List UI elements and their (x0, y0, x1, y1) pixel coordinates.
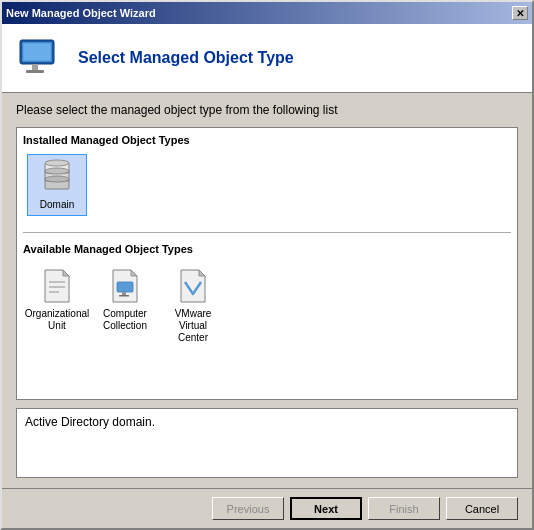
available-section-title: Available Managed Object Types (23, 243, 511, 255)
window-title: New Managed Object Wizard (6, 7, 156, 19)
installed-section-title: Installed Managed Object Types (23, 134, 511, 146)
computer-collection-icon (107, 268, 143, 304)
instruction-text: Please select the managed object type fr… (16, 103, 518, 117)
item-org-unit[interactable]: Organizational Unit (27, 263, 87, 349)
domain-icon (39, 159, 75, 195)
svg-rect-21 (119, 295, 129, 297)
svg-marker-13 (63, 270, 69, 276)
wizard-footer: Previous Next Finish Cancel (2, 488, 532, 528)
svg-rect-19 (117, 282, 133, 292)
item-org-unit-label: Organizational Unit (25, 308, 89, 332)
page-title: Select Managed Object Type (78, 49, 294, 67)
svg-point-10 (45, 168, 69, 174)
svg-rect-2 (32, 64, 38, 70)
svg-point-11 (45, 176, 69, 182)
wizard-header: Select Managed Object Type (2, 24, 532, 93)
svg-rect-3 (26, 70, 44, 73)
item-domain-label: Domain (40, 199, 74, 211)
next-button[interactable]: Next (290, 497, 362, 520)
item-vmware-vc-label: VMware Virtual Center (166, 308, 220, 344)
svg-point-9 (45, 160, 69, 166)
item-vmware-vc[interactable]: VMware Virtual Center (163, 263, 223, 349)
wizard-header-icon (16, 34, 64, 82)
description-text: Active Directory domain. (25, 415, 155, 429)
wizard-window: New Managed Object Wizard ✕ Select Manag… (0, 0, 534, 530)
main-content: Please select the managed object type fr… (2, 93, 532, 488)
item-computer-collection[interactable]: Computer Collection (95, 263, 155, 349)
types-container: Installed Managed Object Types (16, 127, 518, 400)
svg-marker-18 (131, 270, 137, 276)
installed-items-row: Domain (23, 154, 511, 216)
close-button[interactable]: ✕ (512, 6, 528, 20)
svg-rect-5 (24, 44, 50, 60)
cancel-button[interactable]: Cancel (446, 497, 518, 520)
previous-button[interactable]: Previous (212, 497, 284, 520)
title-bar: New Managed Object Wizard ✕ (2, 2, 532, 24)
description-box: Active Directory domain. (16, 408, 518, 478)
svg-marker-23 (199, 270, 205, 276)
item-domain[interactable]: Domain (27, 154, 87, 216)
finish-button[interactable]: Finish (368, 497, 440, 520)
org-unit-icon (39, 268, 75, 304)
available-items-row: Organizational Unit (23, 263, 511, 349)
item-computer-collection-label: Computer Collection (98, 308, 152, 332)
svg-rect-20 (122, 292, 126, 295)
vmware-vc-icon (175, 268, 211, 304)
